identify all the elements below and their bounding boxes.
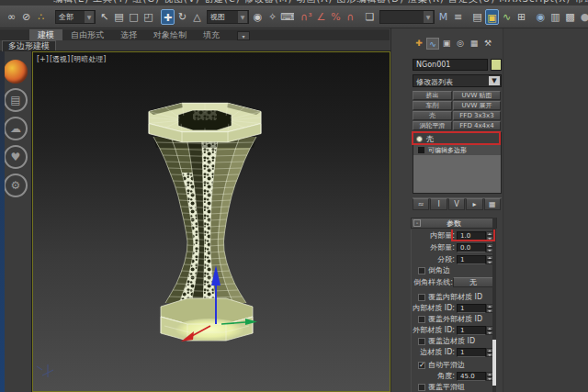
create-tab-icon[interactable]: ✚ (413, 38, 425, 50)
scene-explorer-icon[interactable]: ▣ (485, 9, 499, 25)
param-field[interactable]: 0.0 (457, 243, 486, 252)
select-move-icon[interactable]: ✚ (161, 9, 175, 25)
angle-snap-icon[interactable]: ∠ (314, 9, 328, 25)
param-field[interactable]: 1.0 (457, 231, 486, 241)
ribbon-tab-1[interactable]: 建模 (29, 29, 62, 40)
max-logo-icon[interactable] (4, 60, 28, 84)
polygon-modeling-tab[interactable]: 多边形建模 (2, 40, 56, 51)
reference-coord-dropdown[interactable]: 视图▼ (207, 10, 249, 24)
vase-model[interactable] (33, 52, 390, 391)
configure-modifier-sets-icon[interactable]: ▦ (484, 198, 501, 210)
toolbar-group: ◉▥▩● (534, 9, 588, 25)
dropdown-arrow-icon[interactable]: ▼ (424, 11, 433, 23)
param-field[interactable]: 1 (457, 304, 486, 313)
ribbon-tab-5[interactable]: 填充 (195, 29, 228, 40)
motion-tab-icon[interactable]: ◎ (454, 38, 467, 50)
select-object-icon[interactable]: ↖ (97, 9, 111, 25)
rollout-header[interactable]: -参数 (411, 218, 497, 229)
modifier-button[interactable]: UVW 展开 (453, 101, 501, 110)
panel-scrollbar[interactable] (492, 218, 496, 392)
select-rotate-icon[interactable]: ↻ (175, 9, 189, 25)
utilities-tab-icon[interactable]: ⚒ (481, 38, 494, 50)
named-selection-dropdown[interactable]: ▼ (379, 10, 435, 24)
select-by-name-icon[interactable]: ▤ (112, 9, 126, 25)
snap-toggle-icon[interactable]: ∩³ (300, 9, 313, 25)
display-tab-icon[interactable]: ▦ (468, 38, 481, 50)
scrollbar-thumb[interactable] (492, 340, 496, 386)
checkbox[interactable] (418, 338, 425, 345)
ribbon-tab-4[interactable]: 对象绘制 (145, 29, 195, 40)
main-toolbar: ∞⊘∴全部▼↖▤□◰✚↻△视图▼◉✧⌨∩³∠%∩❏▼M≡▤▣∿⊞◉▥▩● (0, 6, 588, 28)
show-end-result-icon[interactable]: I (430, 198, 447, 210)
modify-tab-icon[interactable]: ∿ (426, 38, 439, 50)
param-field[interactable]: 1 (457, 348, 486, 357)
schematic-view-icon[interactable]: ⊞ (514, 9, 528, 25)
cloud-icon[interactable]: ☁ (4, 117, 28, 140)
stack-item-editable-poly[interactable]: 可编辑多边形 (413, 145, 501, 155)
remove-modifier-icon[interactable]: ▸ (466, 198, 482, 210)
checkbox[interactable] (418, 267, 425, 274)
dropdown-arrow-icon[interactable]: ▼ (238, 11, 247, 23)
align-icon[interactable]: ≡ (451, 9, 465, 25)
checkbox[interactable] (418, 294, 425, 301)
none-button[interactable]: 无 (453, 277, 493, 287)
checkbox[interactable] (418, 362, 425, 369)
selection-filter-dropdown[interactable]: 全部▼ (55, 10, 96, 24)
modifier-button[interactable]: FFD 4x4x4 (453, 121, 501, 130)
object-name-field[interactable]: NGon001 (413, 59, 488, 71)
modifier-button[interactable]: 壳 (413, 111, 452, 120)
param-label: 分段: (437, 254, 455, 264)
spinner-snap-icon[interactable]: ∩ (344, 9, 357, 25)
layer-manager-icon[interactable]: ▤ (470, 9, 484, 25)
rect-selection-region-icon[interactable]: □ (127, 9, 141, 25)
dropdown-arrow-icon[interactable]: ▼ (489, 76, 500, 85)
object-color-swatch[interactable] (491, 59, 502, 71)
viewport-pov-label[interactable]: [透视] (50, 55, 70, 63)
render-production-icon[interactable]: ● (578, 9, 588, 25)
modifier-button[interactable]: UVW 贴图 (453, 91, 501, 100)
heart-icon[interactable]: ♥ (4, 145, 28, 169)
modifier-list-dropdown[interactable]: 修改器列表 ▼ (413, 74, 502, 87)
hierarchy-tab-icon[interactable]: ▣ (440, 38, 453, 50)
checkbox[interactable] (418, 316, 425, 323)
stack-item-shell[interactable]: 壳 (413, 133, 501, 145)
left-sidebar: ▤☁♥⚙ (0, 51, 31, 392)
render-setup-icon[interactable]: ▥ (548, 9, 562, 25)
use-pivot-center-icon[interactable]: ◉ (251, 9, 265, 25)
modifier-button[interactable]: 车削 (413, 101, 452, 110)
keyboard-override-icon[interactable]: ⌨ (280, 9, 294, 25)
window-crossing-icon[interactable]: ◰ (141, 9, 155, 25)
dropdown-arrow-icon[interactable]: ▼ (85, 11, 94, 23)
modifier-button[interactable]: 挤出 (413, 91, 452, 100)
select-scale-icon[interactable]: △ (190, 9, 204, 25)
modifier-button[interactable]: FFD 3x3x3 (453, 111, 501, 120)
modifier-button[interactable]: 涡轮平滑 (413, 121, 452, 130)
viewport-menu-plus[interactable]: [+] (37, 55, 49, 63)
link-icon[interactable]: ∞ (5, 9, 18, 25)
material-editor-icon[interactable]: ◉ (534, 9, 548, 25)
ribbon-options-icon[interactable]: ▾ (237, 31, 250, 40)
gear-icon[interactable]: ⚙ (4, 174, 28, 197)
param-field[interactable]: 1 (457, 255, 486, 264)
bind-spacewarp-icon[interactable]: ∴ (34, 9, 48, 25)
unlink-icon[interactable]: ⊘ (19, 9, 33, 25)
viewport-label[interactable]: [+][透视][明暗处理] (37, 54, 107, 64)
select-manipulate-icon[interactable]: ✧ (266, 9, 279, 25)
percent-snap-icon[interactable]: % (329, 9, 343, 25)
checkbox[interactable] (418, 384, 425, 391)
pin-stack-icon[interactable]: ≈ (413, 198, 429, 210)
mirror-icon[interactable]: M (436, 9, 450, 25)
collapse-icon[interactable]: - (413, 219, 421, 227)
ribbon-tab-2[interactable]: 自由形式 (62, 29, 112, 40)
param-field[interactable]: 45.0 (457, 372, 486, 381)
perspective-viewport[interactable]: [+][透视][明暗处理] (32, 51, 390, 392)
ribbon-tab-3[interactable]: 选择 (112, 29, 145, 40)
make-unique-icon[interactable]: V (448, 198, 465, 210)
visibility-bulb-icon[interactable] (416, 136, 423, 142)
viewport-shading-label[interactable]: [明暗处理] (71, 55, 106, 63)
rendered-frame-icon[interactable]: ▩ (563, 9, 577, 25)
curve-editor-icon[interactable]: ∿ (500, 9, 514, 25)
param-field[interactable]: 1 (457, 326, 486, 335)
document-icon[interactable]: ▤ (4, 88, 28, 112)
edit-named-selections-icon[interactable]: ❏ (363, 9, 377, 25)
